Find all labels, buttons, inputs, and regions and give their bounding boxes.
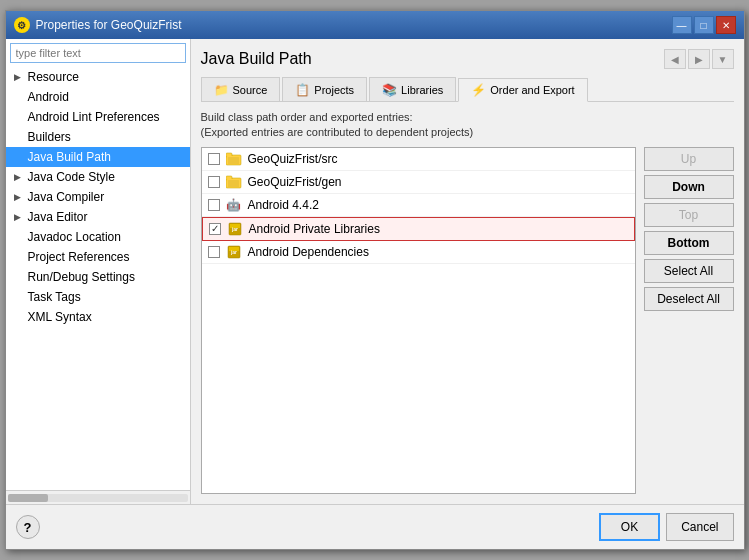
list-item-checkbox[interactable] [208,246,220,258]
sidebar-item-label: Android Lint Preferences [28,110,160,124]
title-bar: ⚙ Properties for GeoQuizFrist — □ ✕ [6,11,744,39]
select-all-button[interactable]: Select All [644,259,734,283]
nav-forward-button[interactable]: ▶ [688,49,710,69]
list-item[interactable]: 🤖Android 4.4.2 [202,194,635,217]
sidebar-item-java-editor[interactable]: ▶Java Editor [6,207,190,227]
section-description: Build class path order and exported entr… [201,110,734,141]
content-title: Java Build Path [201,50,312,68]
action-buttons: Up Down Top Bottom Select All Deselect A… [644,147,734,494]
list-item[interactable]: ✓ jar Android Private Libraries [202,217,635,241]
properties-dialog: ⚙ Properties for GeoQuizFrist — □ ✕ ▶Res… [5,10,745,550]
sidebar-item-android[interactable]: Android [6,87,190,107]
sidebar: ▶ResourceAndroidAndroid Lint Preferences… [6,39,191,504]
list-item-label: Android 4.4.2 [248,198,319,212]
sidebar-item-resource[interactable]: ▶Resource [6,67,190,87]
minimize-button[interactable]: — [672,16,692,34]
list-item[interactable]: jar Android Dependencies [202,241,635,264]
tab-libraries-label: Libraries [401,84,443,96]
projects-tab-icon: 📋 [295,83,310,97]
build-path-section: Build class path order and exported entr… [201,110,734,494]
folder-icon [226,174,242,190]
list-item-label: Android Private Libraries [249,222,380,236]
sidebar-item-java-compiler[interactable]: ▶Java Compiler [6,187,190,207]
sidebar-item-android-lint-preferences[interactable]: Android Lint Preferences [6,107,190,127]
scroll-track [8,494,188,502]
list-item-checkbox[interactable]: ✓ [209,223,221,235]
ok-button[interactable]: OK [599,513,660,541]
sidebar-item-java-build-path[interactable]: Java Build Path [6,147,190,167]
jar-icon: jar [227,221,243,237]
sidebar-item-java-code-style[interactable]: ▶Java Code Style [6,167,190,187]
sidebar-item-label: Javadoc Location [28,230,121,244]
list-item-label: Android Dependencies [248,245,369,259]
help-button[interactable]: ? [16,515,40,539]
sidebar-scrollbar[interactable] [6,490,190,504]
sidebar-item-xml-syntax[interactable]: XML Syntax [6,307,190,327]
folder-icon [226,151,242,167]
svg-rect-7 [228,180,239,187]
maximize-button[interactable]: □ [694,16,714,34]
content-area: Java Build Path ◀ ▶ ▼ 📁 Source 📋 Project… [191,39,744,504]
sidebar-item-label: Java Compiler [28,190,105,204]
sidebar-item-label: Java Editor [28,210,88,224]
sidebar-item-javadoc-location[interactable]: Javadoc Location [6,227,190,247]
expand-arrow-icon: ▶ [14,192,24,202]
list-item-checkbox[interactable] [208,176,220,188]
sidebar-item-project-references[interactable]: Project References [6,247,190,267]
bottom-bar: ? OK Cancel [6,504,744,549]
desc-line2: (Exported entries are contributed to dep… [201,125,734,140]
filter-input[interactable] [10,43,186,63]
nav-buttons: ◀ ▶ ▼ [664,49,734,69]
list-item[interactable]: GeoQuizFrist/gen [202,171,635,194]
list-item-label: GeoQuizFrist/gen [248,175,342,189]
bottom-button[interactable]: Bottom [644,231,734,255]
sidebar-item-label: Task Tags [28,290,81,304]
jar-svg-icon: jar [227,245,241,259]
close-button[interactable]: ✕ [716,16,736,34]
android-logo-icon: 🤖 [226,198,241,212]
sidebar-item-label: Run/Debug Settings [28,270,135,284]
cancel-button[interactable]: Cancel [666,513,733,541]
list-item[interactable]: GeoQuizFrist/src [202,148,635,171]
sidebar-item-label: XML Syntax [28,310,92,324]
jar-icon: jar [226,244,242,260]
tab-projects-label: Projects [314,84,354,96]
sidebar-item-label: Builders [28,130,71,144]
nav-back-button[interactable]: ◀ [664,49,686,69]
scroll-thumb [8,494,48,502]
order-tab-icon: ⚡ [471,83,486,97]
top-button[interactable]: Top [644,203,734,227]
list-item-label: GeoQuizFrist/src [248,152,338,166]
tab-libraries[interactable]: 📚 Libraries [369,77,456,101]
build-path-list[interactable]: GeoQuizFrist/src GeoQuizFrist/gen🤖Androi… [201,147,636,494]
sidebar-item-task-tags[interactable]: Task Tags [6,287,190,307]
tab-order-export[interactable]: ⚡ Order and Export [458,78,587,102]
deselect-all-button[interactable]: Deselect All [644,287,734,311]
folder-svg-icon [226,152,242,166]
list-item-checkbox[interactable] [208,199,220,211]
desc-line1: Build class path order and exported entr… [201,110,734,125]
tab-source[interactable]: 📁 Source [201,77,281,101]
bottom-right-buttons: OK Cancel [599,513,734,541]
expand-arrow-icon: ▶ [14,72,24,82]
tab-source-label: Source [233,84,268,96]
sidebar-item-run/debug-settings[interactable]: Run/Debug Settings [6,267,190,287]
content-header: Java Build Path ◀ ▶ ▼ [201,49,734,69]
sidebar-item-label: Java Build Path [28,150,111,164]
title-bar-left: ⚙ Properties for GeoQuizFrist [14,17,182,33]
down-button[interactable]: Down [644,175,734,199]
list-item-checkbox[interactable] [208,153,220,165]
folder-svg-icon [226,175,242,189]
tab-projects[interactable]: 📋 Projects [282,77,367,101]
tabs-bar: 📁 Source 📋 Projects 📚 Libraries ⚡ Order … [201,77,734,102]
sidebar-item-label: Java Code Style [28,170,115,184]
sidebar-item-label: Android [28,90,69,104]
android-icon: 🤖 [226,197,242,213]
tab-order-export-label: Order and Export [490,84,574,96]
nav-dropdown-button[interactable]: ▼ [712,49,734,69]
up-button[interactable]: Up [644,147,734,171]
dialog-title: Properties for GeoQuizFrist [36,18,182,32]
svg-rect-3 [228,157,239,164]
libraries-tab-icon: 📚 [382,83,397,97]
sidebar-item-builders[interactable]: Builders [6,127,190,147]
